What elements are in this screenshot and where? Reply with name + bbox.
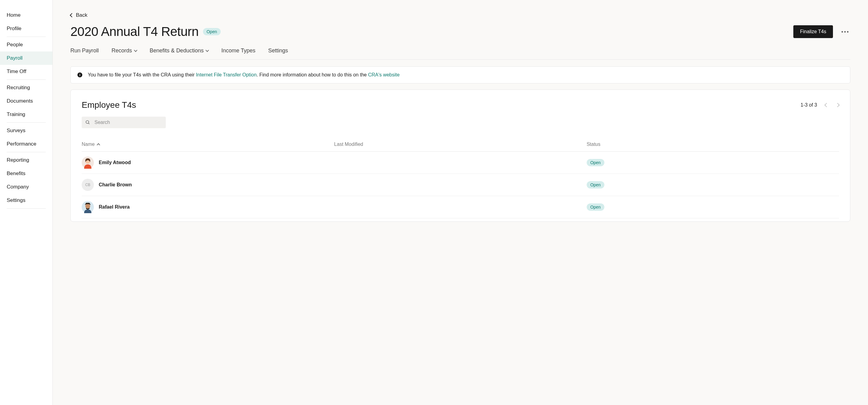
tab-run-payroll[interactable]: Run Payroll bbox=[70, 47, 99, 54]
sidebar-divider bbox=[7, 79, 46, 80]
table-row[interactable]: Emily Atwood Open bbox=[82, 151, 839, 174]
sidebar: Home Profile People Payroll Time Off Rec… bbox=[0, 0, 53, 405]
name-cell: Rafael Rivera bbox=[82, 201, 334, 213]
page-next-button[interactable] bbox=[835, 103, 840, 107]
status-cell: Open bbox=[587, 160, 839, 165]
table-header: Name Last Modified Status bbox=[82, 137, 839, 151]
tab-settings[interactable]: Settings bbox=[268, 47, 288, 54]
back-link[interactable]: Back bbox=[70, 12, 88, 18]
sort-ascending-icon bbox=[97, 143, 100, 146]
svg-point-0 bbox=[86, 121, 89, 123]
table-row[interactable]: Rafael Rivera Open bbox=[82, 196, 839, 218]
status-badge: Open bbox=[203, 28, 221, 35]
column-header-name[interactable]: Name bbox=[82, 142, 334, 147]
sidebar-item-home[interactable]: Home bbox=[0, 8, 53, 22]
search-input[interactable] bbox=[82, 116, 166, 128]
tab-label: Income Types bbox=[221, 47, 255, 54]
info-icon: i bbox=[78, 72, 82, 77]
page-title: 2020 Annual T4 Return bbox=[70, 24, 199, 39]
employee-t4s-panel: Employee T4s 1-3 of 3 Name Last Modified… bbox=[70, 90, 850, 222]
sidebar-item-people[interactable]: People bbox=[0, 38, 53, 52]
title-actions: Finalize T4s bbox=[793, 25, 850, 38]
tab-records[interactable]: Records bbox=[112, 47, 137, 54]
panel-title: Employee T4s bbox=[82, 100, 136, 110]
sidebar-divider bbox=[7, 208, 46, 209]
chevron-left-icon bbox=[70, 13, 74, 18]
avatar bbox=[82, 157, 94, 169]
info-text-part: . Find more information about how to do … bbox=[257, 72, 368, 77]
status-badge: Open bbox=[587, 181, 604, 189]
dot-icon bbox=[841, 31, 843, 33]
pagination: 1-3 of 3 bbox=[801, 102, 839, 108]
sidebar-item-payroll[interactable]: Payroll bbox=[0, 52, 53, 65]
title-left: 2020 Annual T4 Return Open bbox=[70, 24, 221, 39]
sidebar-item-documents[interactable]: Documents bbox=[0, 94, 53, 108]
main-content: Back 2020 Annual T4 Return Open Finalize… bbox=[53, 0, 868, 405]
chevron-down-icon bbox=[134, 48, 137, 52]
sidebar-item-profile[interactable]: Profile bbox=[0, 22, 53, 35]
column-header-last-modified[interactable]: Last Modified bbox=[334, 142, 586, 147]
dot-icon bbox=[847, 31, 848, 33]
tabs: Run Payroll Records Benefits & Deduction… bbox=[70, 47, 850, 60]
info-text-part: You have to file your T4s with the CRA u… bbox=[88, 72, 196, 77]
sidebar-item-timeoff[interactable]: Time Off bbox=[0, 65, 53, 78]
back-label: Back bbox=[76, 12, 88, 18]
svg-rect-6 bbox=[86, 203, 90, 204]
table-row[interactable]: CB Charlie Brown Open bbox=[82, 174, 839, 196]
column-label: Name bbox=[82, 142, 95, 147]
finalize-button[interactable]: Finalize T4s bbox=[793, 25, 833, 38]
search-icon bbox=[85, 120, 90, 125]
status-badge: Open bbox=[587, 203, 604, 211]
sidebar-item-company[interactable]: Company bbox=[0, 180, 53, 194]
sidebar-divider bbox=[7, 152, 46, 152]
page-prev-button[interactable] bbox=[825, 103, 829, 107]
avatar: CB bbox=[82, 179, 94, 191]
sidebar-divider bbox=[7, 123, 46, 123]
employee-table: Name Last Modified Status Emily Atwood O… bbox=[82, 137, 839, 218]
status-cell: Open bbox=[587, 182, 839, 188]
tab-label: Settings bbox=[268, 47, 288, 54]
employee-name: Charlie Brown bbox=[99, 182, 132, 188]
title-row: 2020 Annual T4 Return Open Finalize T4s bbox=[70, 24, 850, 39]
svg-line-1 bbox=[88, 123, 89, 124]
employee-name: Rafael Rivera bbox=[99, 204, 129, 210]
info-link-ift[interactable]: Internet File Transfer Option bbox=[196, 72, 257, 77]
sidebar-item-benefits[interactable]: Benefits bbox=[0, 167, 53, 180]
more-menu-button[interactable] bbox=[840, 29, 850, 34]
status-cell: Open bbox=[587, 204, 839, 210]
info-text: You have to file your T4s with the CRA u… bbox=[88, 72, 400, 78]
sidebar-item-surveys[interactable]: Surveys bbox=[0, 124, 53, 137]
info-banner: i You have to file your T4s with the CRA… bbox=[70, 66, 850, 83]
search-wrapper bbox=[82, 116, 166, 128]
employee-name: Emily Atwood bbox=[99, 160, 131, 165]
name-cell: Emily Atwood bbox=[82, 157, 334, 169]
dot-icon bbox=[844, 31, 846, 33]
tab-label: Run Payroll bbox=[70, 47, 99, 54]
sidebar-item-reporting[interactable]: Reporting bbox=[0, 154, 53, 167]
info-link-cra[interactable]: CRA's website bbox=[368, 72, 400, 77]
pagination-text: 1-3 of 3 bbox=[801, 102, 817, 108]
status-badge: Open bbox=[587, 159, 604, 166]
sidebar-item-recruiting[interactable]: Recruiting bbox=[0, 81, 53, 94]
chevron-down-icon bbox=[206, 48, 209, 52]
sidebar-item-training[interactable]: Training bbox=[0, 108, 53, 121]
tab-benefits-deductions[interactable]: Benefits & Deductions bbox=[150, 47, 209, 54]
tab-label: Benefits & Deductions bbox=[150, 47, 204, 54]
column-header-status[interactable]: Status bbox=[587, 142, 839, 147]
sidebar-item-settings[interactable]: Settings bbox=[0, 194, 53, 207]
tab-income-types[interactable]: Income Types bbox=[221, 47, 255, 54]
sidebar-item-performance[interactable]: Performance bbox=[0, 137, 53, 151]
name-cell: CB Charlie Brown bbox=[82, 179, 334, 191]
panel-header: Employee T4s 1-3 of 3 bbox=[82, 100, 839, 110]
avatar bbox=[82, 201, 94, 213]
tab-label: Records bbox=[112, 47, 132, 54]
